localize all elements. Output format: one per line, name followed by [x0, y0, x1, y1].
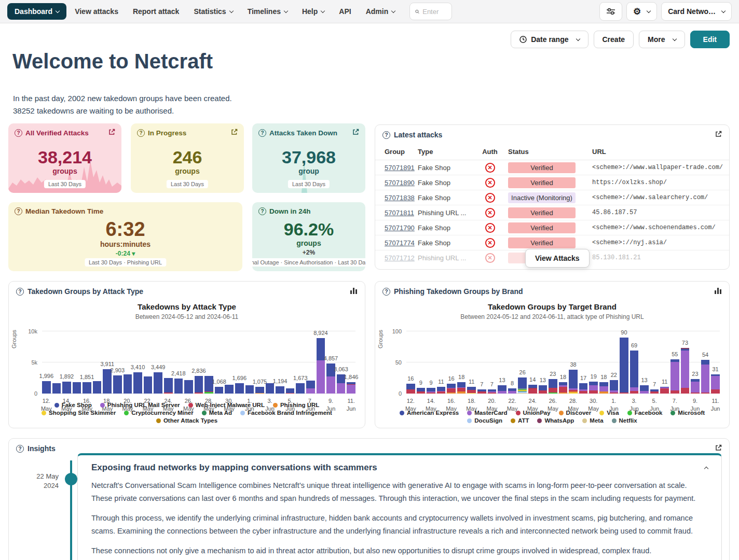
nav-view-attacks[interactable]: View attacks [69, 3, 125, 20]
help-circle-icon[interactable]: ? [15, 207, 22, 215]
date-range-button[interactable]: Date range [511, 31, 588, 48]
group-link[interactable]: 57071712 [385, 254, 415, 262]
help-circle-icon[interactable]: ? [382, 131, 390, 139]
legend-dot [100, 403, 105, 408]
nav-report-attack[interactable]: Report attack [127, 3, 185, 20]
status-badge: Verified [508, 207, 576, 218]
legend-item[interactable]: DocuSign [467, 417, 502, 424]
bar: 2,903 [113, 331, 122, 394]
group-link[interactable]: 57071838 [385, 194, 415, 202]
more-button[interactable]: More [639, 31, 685, 48]
intro-line-1: In the past day, 2002 new takedown group… [13, 92, 232, 105]
auth-denied-icon[interactable]: ✕ [485, 193, 495, 203]
bar: 1,673 [296, 331, 305, 394]
legend-item[interactable]: Facebook [627, 410, 663, 416]
chart-menu-icon[interactable] [715, 287, 722, 296]
legend-item[interactable]: Shopping Site Skimmer [42, 410, 116, 416]
group-link[interactable]: 57071891 [385, 164, 415, 172]
filters-button[interactable] [599, 2, 622, 21]
bar: 1,194 [276, 331, 284, 394]
legend-item[interactable]: Cryptocurrency Miner [124, 410, 194, 416]
external-link-icon[interactable] [715, 131, 722, 139]
plot-area: 10k5k0 1,99612.May1,89214.May1,85116.May… [42, 331, 355, 394]
search-input[interactable] [422, 8, 446, 16]
group-link[interactable]: 57071890 [385, 179, 415, 187]
legend-item[interactable]: Web-Inject Malware URL [188, 402, 265, 408]
help-circle-icon[interactable]: ? [258, 207, 266, 215]
chart-menu-icon[interactable] [350, 287, 358, 296]
legend-item[interactable]: Facebook Brand Infringement [240, 410, 332, 416]
legend-item[interactable]: Netflix [612, 417, 637, 424]
group-link[interactable]: 57071790 [385, 224, 415, 232]
auth-denied-icon[interactable]: ✕ [485, 178, 495, 188]
card-network-dropdown[interactable]: Card Netwo… [661, 2, 732, 21]
table-row: 57071790Fake Shop✕Verified<scheme>://www… [375, 220, 729, 235]
bar-value-label: 17 [580, 375, 586, 381]
legend-item[interactable]: Discover [559, 410, 592, 416]
external-link-icon[interactable] [108, 129, 115, 137]
bar: 2326.May [549, 331, 557, 394]
nav-admin[interactable]: Admin [360, 3, 402, 20]
nav-api[interactable]: API [333, 3, 357, 20]
bar-value-label: 11 [469, 379, 474, 385]
legend-item[interactable]: American Express [400, 410, 459, 416]
bar-value-label: 3,911 [100, 361, 114, 367]
settings-button[interactable]: ⚙ [626, 2, 657, 21]
stat-unit: groups [258, 239, 359, 247]
auth-denied-icon[interactable]: ✕ [485, 223, 495, 233]
latest-attacks-panel: ? Latest attacks GroupTypeAuthStatusURL … [375, 124, 730, 270]
nav-statistics[interactable]: Statistics [187, 3, 239, 20]
group-link[interactable]: 57071811 [385, 209, 414, 217]
stat-footer: Final Outage · Since Authorisation · Las… [252, 258, 365, 267]
help-circle-icon[interactable]: ? [16, 445, 24, 453]
help-circle-icon[interactable]: ? [15, 129, 22, 137]
bar: 22.May [144, 331, 153, 394]
edit-button[interactable]: Edit [690, 31, 730, 48]
external-link-icon[interactable] [231, 129, 238, 137]
bar-value-label: 38 [570, 361, 576, 368]
auth-denied-icon[interactable]: ✕ [485, 238, 495, 248]
bar-value-label: 23 [692, 371, 698, 377]
bar-value-label: 2,903 [111, 367, 125, 373]
legend-item[interactable]: Microsoft [670, 410, 705, 416]
legend-item[interactable]: Meta Ad [202, 410, 232, 416]
stat-delta[interactable]: -0:24 ▾ [15, 250, 236, 257]
create-button[interactable]: Create [594, 31, 634, 48]
column-header: Type [415, 145, 475, 160]
view-attacks-button[interactable]: View Attacks [525, 249, 590, 268]
external-link-icon[interactable] [352, 129, 359, 137]
legend-item[interactable]: Visa [599, 410, 619, 416]
help-circle-icon[interactable]: ? [137, 129, 145, 137]
legend-item[interactable]: Fake Shop [54, 402, 92, 408]
bar: 239.Jun [691, 331, 700, 394]
chevron-down-icon [321, 9, 325, 13]
attack-type: Fake Shop [415, 175, 475, 190]
legend-item[interactable]: Meta [582, 417, 603, 424]
nav-help[interactable]: Help [296, 3, 331, 20]
legend-item[interactable]: ATT [511, 417, 529, 424]
nav-dashboard-button[interactable]: Dashboard [7, 3, 66, 20]
legend-item[interactable]: Phishing URL [273, 402, 319, 408]
attack-url: <scheme>://nyj.asia/ [592, 239, 726, 246]
legend-item[interactable]: MasterCard [467, 410, 507, 416]
legend-item[interactable]: UnionPay [516, 410, 551, 416]
group-link[interactable]: 57071774 [385, 239, 415, 247]
bar: 1424.May [528, 331, 537, 394]
auth-denied-icon[interactable]: ✕ [485, 208, 495, 218]
panel-title: Phishing Takedown Groups by Brand [394, 287, 523, 296]
help-circle-icon[interactable]: ? [16, 288, 24, 296]
bar: 13 [539, 331, 548, 394]
legend-item[interactable]: WhatsApp [537, 417, 574, 424]
legend-item[interactable]: Phishing URL Mail Server [100, 402, 180, 408]
auth-denied-icon[interactable]: ✕ [485, 253, 495, 263]
bar: 9 [417, 331, 426, 394]
collapse-chevron-icon[interactable] [704, 466, 708, 470]
legend-dot [537, 418, 542, 423]
status-badge: Verified [508, 177, 576, 188]
external-link-icon[interactable] [715, 444, 722, 453]
nav-timelines[interactable]: Timelines [241, 3, 294, 20]
help-circle-icon[interactable]: ? [382, 288, 390, 296]
help-circle-icon[interactable]: ? [258, 129, 266, 137]
legend-item[interactable]: Other Attack Types [156, 417, 217, 424]
auth-denied-icon[interactable]: ✕ [485, 163, 495, 173]
